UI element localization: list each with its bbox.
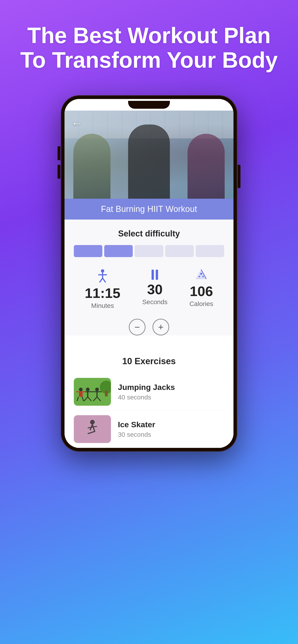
controls-row: − +	[74, 319, 224, 336]
card-content: Select difficulty	[65, 220, 233, 336]
svg-line-4	[103, 278, 105, 282]
diff-seg-2[interactable]	[104, 245, 133, 257]
svg-point-16	[95, 388, 99, 391]
seconds-value: 30	[147, 282, 163, 296]
exercise-name-jumping-jacks: Jumping Jacks	[118, 383, 224, 392]
exercise-item-ice-skater[interactable]: Ice Skater 30 seconds	[74, 410, 224, 448]
exercise-duration-jumping-jacks: 40 seconds	[118, 394, 224, 401]
exercise-name-ice-skater: Ice Skater	[118, 420, 224, 429]
exercises-title: 10 Exercises	[74, 356, 224, 366]
exercises-section: 10 Exercises	[65, 347, 233, 448]
svg-line-3	[100, 278, 103, 282]
figure-left	[73, 134, 111, 199]
notch	[128, 101, 170, 109]
svg-rect-10	[105, 390, 108, 396]
minutes-label: Minutes	[91, 302, 114, 310]
workout-hero-image: ←	[65, 110, 233, 199]
exercise-duration-ice-skater: 30 seconds	[118, 431, 224, 438]
difficulty-bar[interactable]	[74, 245, 224, 257]
svg-point-11	[86, 388, 90, 391]
seconds-label: Seconds	[142, 298, 168, 306]
plus-button[interactable]: +	[152, 319, 169, 336]
stat-calories: 106 Calories	[189, 269, 213, 308]
exercise-info-ice-skater: Ice Skater 30 seconds	[118, 420, 224, 438]
exercise-item-jumping-jacks[interactable]: Jumping Jacks 40 seconds	[74, 373, 224, 410]
figure-right	[187, 134, 225, 199]
exercise-thumb-jumping-jacks	[74, 378, 111, 406]
hero-title: The Best Workout Plan To Transform Your …	[0, 0, 298, 91]
minutes-value: 11:15	[85, 286, 120, 300]
pizza-icon	[195, 269, 207, 282]
exercise-thumb-ice-skater	[74, 415, 111, 443]
pause-icon	[152, 269, 158, 281]
svg-point-21	[79, 388, 83, 391]
svg-point-27	[90, 420, 95, 424]
diff-seg-3[interactable]	[135, 245, 163, 257]
stats-row: 11:15 Minutes 30 Seconds	[74, 269, 224, 310]
difficulty-label: Select difficulty	[74, 229, 224, 238]
exercise-info-jumping-jacks: Jumping Jacks 40 seconds	[118, 383, 224, 401]
stat-seconds: 30 Seconds	[142, 269, 168, 306]
notch-bar	[65, 99, 233, 110]
svg-point-6	[199, 276, 200, 277]
figure-center	[128, 124, 170, 199]
svg-rect-26	[74, 415, 111, 443]
stat-minutes: 11:15 Minutes	[85, 269, 120, 310]
calories-label: Calories	[189, 300, 213, 308]
svg-point-5	[200, 273, 202, 275]
diff-seg-4[interactable]	[165, 245, 194, 257]
phone-mockup: ← Fat Burning HIIT Workout Select diffic…	[61, 95, 237, 452]
diff-seg-5[interactable]	[196, 245, 224, 257]
back-arrow[interactable]: ←	[72, 118, 82, 129]
svg-point-7	[202, 276, 204, 277]
diff-seg-1[interactable]	[74, 245, 102, 257]
person-icon	[97, 269, 109, 284]
workout-title-text: Fat Burning HIIT Workout	[101, 204, 197, 214]
workout-title-bar: Fat Burning HIIT Workout	[65, 199, 233, 220]
minus-button[interactable]: −	[129, 319, 146, 336]
calories-value: 106	[190, 284, 213, 298]
